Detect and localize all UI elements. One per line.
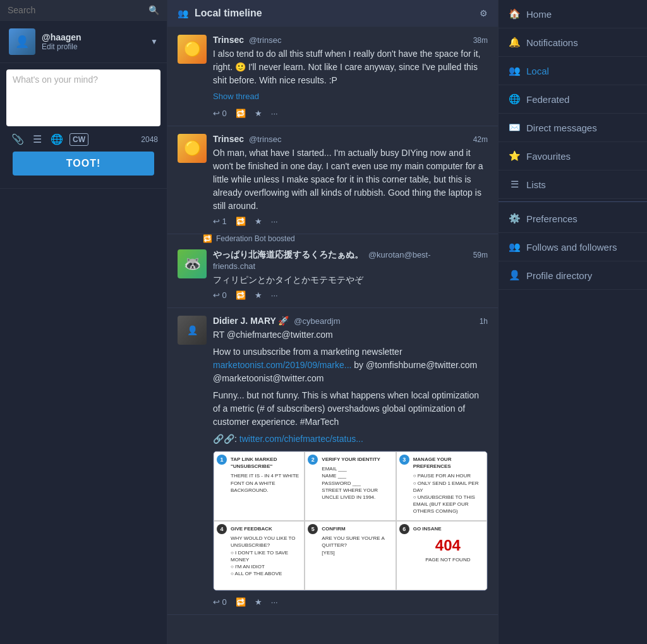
favourite-button[interactable]: ★ (255, 597, 262, 607)
post-text: Oh man, what have I started... I'm actua… (213, 146, 488, 213)
post-header: Trinsec @trinsec 38m (213, 35, 488, 45)
comic-cell: 4 GIVE FEEDBACK WHY WOULD YOU LIKE TO UN… (214, 521, 305, 590)
home-icon: 🏠 (509, 8, 520, 20)
profile-dropdown-icon[interactable]: ▼ (150, 37, 158, 46)
comic-cell-num: 3 (399, 455, 409, 465)
timeline-icon: 👥 (178, 8, 188, 18)
sidebar-item-notifications[interactable]: 🔔 Notifications (499, 28, 647, 57)
right-sidebar: 🏠 Home 🔔 Notifications 👥 Local 🌐 Federat… (499, 0, 647, 644)
favourite-button[interactable]: ★ (255, 217, 262, 226)
sidebar-item-follows-followers[interactable]: 👥 Follows and followers (499, 233, 647, 261)
sidebar-item-local[interactable]: 👥 Local (499, 57, 647, 85)
post-time: 42m (473, 135, 488, 144)
favourite-button[interactable]: ★ (255, 290, 262, 300)
people-icon: 👥 (509, 241, 520, 253)
comic-cell-num: 6 (399, 524, 409, 534)
post-handle: @cybeardjm (294, 316, 340, 326)
post-handle: @trinsec (249, 35, 282, 45)
boost-button[interactable]: 🔁 (236, 217, 246, 226)
post-actions: ↩ 0 🔁 ★ ··· (213, 109, 488, 118)
post-time: 1h (480, 317, 488, 326)
sidebar-item-profile-directory[interactable]: 👤 Profile directory (499, 261, 647, 290)
post-link[interactable]: marketoonist.com/2019/09/marke... (213, 360, 351, 370)
toot-button[interactable]: TOOT! (13, 152, 154, 176)
attach-icon[interactable]: 📎 (9, 132, 27, 146)
edit-profile-link[interactable]: Edit profile (42, 42, 144, 51)
search-icon: 🔍 (148, 5, 159, 15)
boost-indicator: 🔁 Federation Bot boosted (167, 234, 498, 243)
boost-icon: 🔁 (203, 234, 212, 243)
sidebar-item-label: Local (526, 66, 549, 76)
sidebar-item-favourites[interactable]: ⭐ Favourites (499, 142, 647, 170)
main-content: 👥 Local timeline ⚙ 🟡 Trinsec @trinsec 38… (167, 0, 499, 644)
sidebar-item-federated[interactable]: 🌐 Federated (499, 85, 647, 114)
local-icon: 👥 (509, 65, 520, 76)
post-avatar: 👤 (178, 316, 207, 345)
post-text-3: Funny... but not funny. This is what hap… (213, 389, 488, 429)
boost-button[interactable]: 🔁 (236, 109, 246, 118)
list-icon[interactable]: ☰ (30, 132, 44, 146)
post-actions: ↩ 1 🔁 ★ ··· (213, 217, 488, 226)
table-row: 🟡 Trinsec @trinsec 38m I also tend to do… (167, 27, 498, 126)
post-link-text: 🔗🔗: twitter.com/chiefmartec/status... (213, 432, 488, 446)
sidebar-item-label: Notifications (526, 37, 578, 48)
show-thread-link[interactable]: Show thread (213, 92, 259, 101)
comic-cell: 6 GO INSANE 404 PAGE NOT FOUND (396, 521, 487, 590)
sidebar-item-label: Home (526, 9, 552, 20)
cw-button[interactable]: CW (70, 133, 88, 146)
sidebar-item-label: Lists (526, 179, 546, 190)
more-button[interactable]: ··· (271, 597, 278, 607)
left-sidebar: 🔍 👤 @haagen Edit profile ▼ 📎 ☰ 🌐 CW 2048… (0, 0, 167, 644)
post-author: Didier J. MARY 🚀 (213, 316, 289, 326)
sidebar-item-label: Favourites (526, 151, 571, 162)
boost-button[interactable]: 🔁 (236, 597, 246, 607)
timeline-header: 👥 Local timeline ⚙ (167, 0, 498, 27)
list-icon: ☰ (509, 179, 520, 190)
sidebar-item-label: Preferences (526, 213, 577, 224)
post-header: Trinsec @trinsec 42m (213, 134, 488, 144)
post-actions: ↩ 0 🔁 ★ ··· (213, 290, 488, 300)
globe-icon: 🌐 (509, 93, 520, 105)
reply-button[interactable]: ↩ 1 (213, 217, 227, 226)
table-row: 🟡 Trinsec @trinsec 42m Oh man, what have… (167, 126, 498, 234)
post-header: Didier J. MARY 🚀 @cybeardjm 1h (213, 316, 488, 326)
post-handle: @trinsec (249, 134, 282, 144)
star-icon: ⭐ (509, 150, 520, 162)
compose-textarea[interactable] (6, 69, 160, 126)
post-body: Trinsec @trinsec 42m Oh man, what have I… (213, 134, 488, 226)
sidebar-item-label: Direct messages (526, 122, 597, 133)
sidebar-item-preferences[interactable]: ⚙️ Preferences (499, 205, 647, 233)
compose-area: 📎 ☰ 🌐 CW 2048 TOOT! (0, 63, 167, 189)
more-button[interactable]: ··· (271, 290, 278, 300)
more-button[interactable]: ··· (271, 217, 278, 226)
profile-handle: @haagen (42, 32, 144, 42)
reply-button[interactable]: ↩ 0 (213, 597, 227, 607)
post-text-2: How to unsubscribe from a marketing news… (213, 345, 488, 385)
post-author: やっぱり北海道応援するくろたぁぬ。 (213, 249, 363, 259)
post-author: Trinsec (213, 35, 244, 45)
globe-icon[interactable]: 🌐 (48, 132, 66, 146)
sidebar-item-direct-messages[interactable]: ✉️ Direct messages (499, 114, 647, 142)
avatar-image: 👤 (9, 28, 35, 55)
reply-button[interactable]: ↩ 0 (213, 109, 227, 118)
sidebar-item-label: Follows and followers (526, 242, 617, 253)
comic-cell: 3 MANAGE YOUR PREFERENCES ○ PAUSE FOR AN… (396, 451, 487, 521)
more-button[interactable]: ··· (271, 109, 278, 118)
comic-grid: 1 TAP LINK MARKED "UNSUBSCRIBE" THERE IT… (214, 451, 487, 590)
boost-button[interactable]: 🔁 (236, 290, 246, 300)
search-input[interactable] (8, 5, 143, 15)
sidebar-item-label: Profile directory (526, 270, 592, 281)
timeline-scroll[interactable]: 🟡 Trinsec @trinsec 38m I also tend to do… (167, 27, 498, 644)
sidebar-item-lists[interactable]: ☰ Lists (499, 170, 647, 199)
post-external-link[interactable]: twitter.com/chiefmartec/status... (239, 434, 363, 444)
post-body: やっぱり北海道応援するくろたぁぬ。 @kurotan@best-friends.… (213, 249, 488, 300)
favourite-button[interactable]: ★ (255, 109, 262, 118)
sidebar-item-home[interactable]: 🏠 Home (499, 0, 647, 28)
post-body: Trinsec @trinsec 38m I also tend to do a… (213, 35, 488, 118)
timeline-settings-icon[interactable]: ⚙ (480, 8, 488, 18)
post-avatar: 🟡 (178, 134, 207, 163)
reply-button[interactable]: ↩ 0 (213, 290, 227, 300)
boosted-post: 🦝 やっぱり北海道応援するくろたぁぬ。 @kurotan@best-friend… (167, 247, 498, 308)
post-body: Didier J. MARY 🚀 @cybeardjm 1h RT @chief… (213, 316, 488, 607)
table-row: 🔁 Federation Bot boosted 🦝 やっぱり北海道応援するくろ… (167, 234, 498, 308)
